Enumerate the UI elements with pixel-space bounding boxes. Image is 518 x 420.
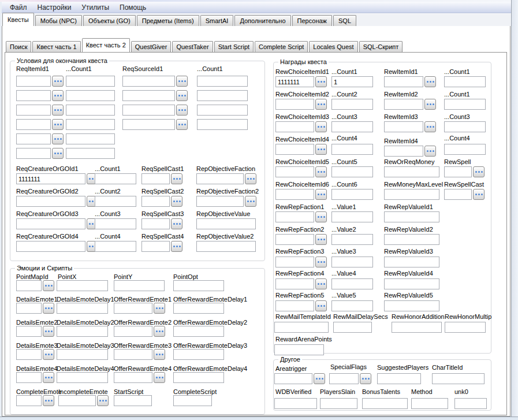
rewchoiceitemid3-ellipsis-button[interactable] bbox=[315, 121, 327, 132]
offerrewardemote4-input[interactable] bbox=[114, 372, 152, 383]
rewrepfaction5-input[interactable] bbox=[275, 300, 314, 311]
startscript-input[interactable] bbox=[114, 395, 152, 406]
rewchoiceitemid2-input[interactable] bbox=[275, 99, 314, 110]
rewitemid4-input[interactable] bbox=[384, 146, 423, 157]
rewrepfaction4-ellipsis-button[interactable] bbox=[315, 278, 327, 289]
rewrepfaction1-ellipsis-button[interactable] bbox=[315, 211, 327, 222]
offerrewardemote1-ellipsis-button[interactable] bbox=[154, 303, 165, 314]
reqspellcast4-ellipsis-button[interactable] bbox=[171, 241, 182, 252]
rewchoiceitemid6-ellipsis-button[interactable] bbox=[315, 189, 327, 200]
rewitemid1-ellipsis-button[interactable] bbox=[424, 76, 436, 87]
reqitemid3-input[interactable] bbox=[16, 105, 51, 116]
reqsourcecount3-input[interactable] bbox=[197, 105, 248, 116]
reqitemid1-input[interactable] bbox=[16, 76, 51, 87]
rewitemid2-input[interactable] bbox=[384, 99, 423, 110]
offerrewardemotedelay2-input[interactable] bbox=[173, 326, 224, 337]
reqcreatureorgoid4-input[interactable] bbox=[16, 241, 85, 252]
reqcreatureorgoid2-input[interactable] bbox=[16, 196, 85, 207]
reqcreatureorgoid3-input[interactable] bbox=[16, 218, 85, 229]
rewmaildelaysecs-input[interactable] bbox=[333, 322, 372, 333]
rewitemid4-ellipsis-button[interactable] bbox=[424, 146, 436, 157]
rewrepvalueid5-input[interactable] bbox=[384, 300, 439, 311]
reqcreatureorgocount2-input[interactable] bbox=[95, 196, 136, 207]
reqitemid2-input[interactable] bbox=[16, 90, 51, 101]
repobjectivefaction-ellipsis-button[interactable] bbox=[245, 173, 256, 184]
reqitemcount5-input[interactable] bbox=[66, 133, 115, 144]
rewrepvalue2-input[interactable] bbox=[331, 234, 373, 245]
reqsourceid3-input[interactable] bbox=[122, 105, 175, 116]
detailsemote2-input[interactable] bbox=[16, 326, 42, 337]
detailsemote3-input[interactable] bbox=[16, 349, 42, 360]
pointx-input[interactable] bbox=[57, 280, 108, 291]
reqsourceid1-input[interactable] bbox=[122, 76, 175, 87]
completeemote-ellipsis-button[interactable] bbox=[43, 395, 54, 406]
reqitemcount2-input[interactable] bbox=[66, 90, 115, 101]
reqsourcecount4-input[interactable] bbox=[197, 119, 248, 130]
offerrewardemote1-input[interactable] bbox=[114, 303, 152, 314]
reqsourceid2-ellipsis-button[interactable] bbox=[176, 90, 188, 101]
detailsemote4-ellipsis-button[interactable] bbox=[43, 372, 54, 383]
offerrewardemotedelay4-input[interactable] bbox=[173, 372, 224, 383]
rewardarenapoints-input[interactable] bbox=[274, 344, 324, 355]
pointopt-input[interactable] bbox=[173, 280, 224, 291]
detailsemote1-ellipsis-button[interactable] bbox=[43, 303, 54, 314]
completescript-input[interactable] bbox=[173, 395, 212, 406]
detailsemotedelay4-input[interactable] bbox=[57, 372, 108, 383]
rewspell-ellipsis-button[interactable] bbox=[473, 166, 485, 177]
reqcreatureorgocount4-input[interactable] bbox=[95, 241, 136, 252]
reqsourceid4-input[interactable] bbox=[122, 119, 175, 130]
rewchoiceitemid5-ellipsis-button[interactable] bbox=[315, 166, 327, 177]
offerrewardemote2-ellipsis-button[interactable] bbox=[154, 326, 165, 337]
reqspellcast1-input[interactable] bbox=[141, 173, 170, 184]
offerrewardemotedelay3-input[interactable] bbox=[173, 349, 224, 360]
rewrepvalue4-input[interactable] bbox=[331, 278, 373, 289]
reqitemid3-ellipsis-button[interactable] bbox=[52, 105, 64, 116]
rewchoiceitemid1-input[interactable] bbox=[275, 76, 314, 87]
repobjectivevalue-input[interactable] bbox=[196, 218, 256, 229]
rewchoiceitemcount3-input[interactable] bbox=[331, 121, 373, 132]
rewhonoraddition-input[interactable] bbox=[392, 322, 442, 333]
rewrepfaction5-ellipsis-button[interactable] bbox=[315, 300, 327, 311]
rewrepfaction3-input[interactable] bbox=[275, 257, 314, 267]
reqspellcast1-ellipsis-button[interactable] bbox=[171, 173, 182, 184]
rewhonormultip-input[interactable] bbox=[445, 322, 486, 333]
reqspellcast2-ellipsis-button[interactable] bbox=[171, 196, 182, 207]
rewrepfaction1-input[interactable] bbox=[275, 211, 314, 222]
specialflags-ellipsis-button[interactable] bbox=[360, 373, 371, 384]
repobjectivevalue2-input[interactable] bbox=[196, 241, 256, 252]
incompleteemote-input[interactable] bbox=[58, 395, 96, 406]
detailsemotedelay1-input[interactable] bbox=[57, 303, 108, 314]
reqitemid5-ellipsis-button[interactable] bbox=[52, 133, 64, 144]
detailsemote4-input[interactable] bbox=[16, 372, 42, 383]
detailsemotedelay3-input[interactable] bbox=[57, 349, 108, 360]
rewchoiceitemid6-input[interactable] bbox=[275, 189, 314, 200]
playersslain-input[interactable] bbox=[320, 398, 357, 409]
reqsourceid2-input[interactable] bbox=[122, 90, 175, 101]
bonustalents-input[interactable] bbox=[362, 398, 408, 409]
detailsemote2-ellipsis-button[interactable] bbox=[43, 326, 54, 337]
reqsourceid4-ellipsis-button[interactable] bbox=[176, 119, 188, 130]
rewspellcast-input[interactable] bbox=[444, 189, 472, 200]
reqitemid6-input[interactable] bbox=[16, 148, 51, 159]
rewitemid3-ellipsis-button[interactable] bbox=[424, 121, 436, 132]
rewchoiceitemcount4-input[interactable] bbox=[331, 144, 373, 155]
reworreqmoney-input[interactable] bbox=[384, 166, 439, 177]
detailsemotedelay2-input[interactable] bbox=[57, 326, 108, 337]
reqitemcount4-input[interactable] bbox=[66, 119, 115, 130]
wdbverified-input[interactable] bbox=[274, 398, 317, 409]
reqsourcecount1-input[interactable] bbox=[197, 76, 248, 87]
rewrepfaction3-ellipsis-button[interactable] bbox=[315, 257, 327, 267]
reqitemcount3-input[interactable] bbox=[66, 105, 115, 116]
specialflags-input[interactable] bbox=[329, 373, 359, 384]
rewchoiceitemid3-input[interactable] bbox=[275, 121, 314, 132]
reqspellcast2-input[interactable] bbox=[141, 196, 170, 207]
offerrewardemote3-input[interactable] bbox=[114, 349, 152, 360]
detailsemote1-input[interactable] bbox=[16, 303, 42, 314]
rewchoiceitemcount5-input[interactable] bbox=[331, 166, 373, 177]
reqitemid5-input[interactable] bbox=[16, 133, 51, 144]
reqitemid4-ellipsis-button[interactable] bbox=[52, 119, 64, 130]
detailsemote3-ellipsis-button[interactable] bbox=[43, 349, 54, 360]
rewitemid2-ellipsis-button[interactable] bbox=[424, 99, 436, 110]
repobjectivefaction-input[interactable] bbox=[196, 173, 244, 184]
reqspellcast3-ellipsis-button[interactable] bbox=[171, 218, 182, 229]
